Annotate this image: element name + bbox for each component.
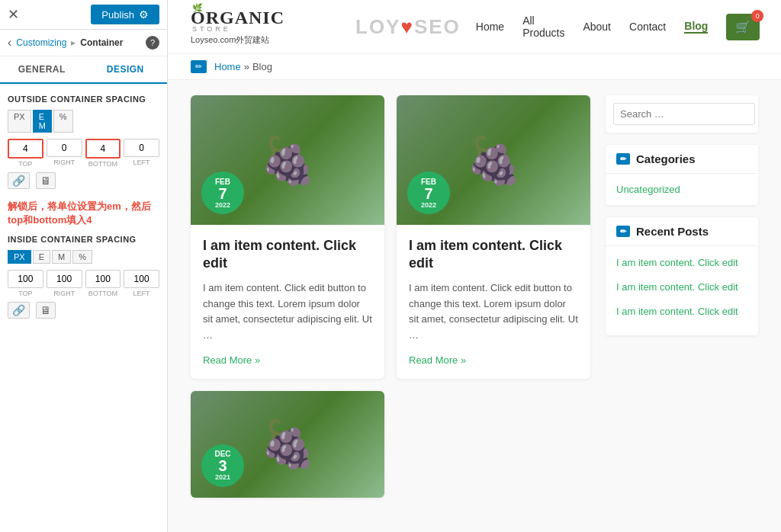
inside-bottom-label: BOTTOM (88, 290, 117, 297)
main-nav: Home All Products About Contact Blog 🛒 0 (476, 14, 760, 40)
outside-left-input[interactable] (124, 139, 159, 157)
blog-card-3: 🍇 Dec 3 2021 (191, 391, 384, 498)
card-1-body: I am item content. Click edit I am item … (191, 225, 384, 379)
customizer-panel: ✕ Publish ⚙ ‹ Customizing ▸ Container ? … (0, 0, 168, 532)
recent-post-3[interactable]: I am item content. Click edit (616, 303, 747, 321)
outside-top-wrap: TOP (8, 139, 43, 168)
inside-unit-m[interactable]: M (52, 250, 71, 264)
nav-home[interactable]: Home (476, 21, 504, 33)
outside-right-label: RIGHT (53, 159, 75, 166)
card-2-year: 2022 (421, 201, 436, 209)
breadcrumb-parent[interactable]: Customizing (16, 37, 66, 48)
breadcrumb-nav: ✏ Home » Blog (168, 54, 781, 80)
panel-body: Outside Container Spacing PX EM % TOP RI… (0, 84, 167, 532)
category-uncategorized[interactable]: Uncategorized (616, 181, 747, 197)
categories-title: Categories (636, 152, 696, 165)
inside-unit-tabs: PX E M % (8, 250, 159, 264)
gear-icon: ⚙ (139, 8, 149, 21)
logo-brand: ORGANIC (191, 8, 284, 27)
tab-design[interactable]: Design (84, 56, 168, 84)
site-header: 🌿 ORGANIC STORE Loyseo.com外贸建站 LOY♥SEO H… (168, 0, 781, 54)
inside-left-input[interactable] (124, 270, 159, 288)
categories-widget: ✏ Categories Uncategorized (606, 145, 758, 205)
card-2-date-badge: Feb 7 2022 (407, 171, 450, 214)
publish-button[interactable]: Publish ⚙ (91, 5, 159, 24)
sidebar: 🔍 ✏ Categories Uncategorized (606, 95, 758, 498)
recent-posts-title: Recent Posts (636, 225, 709, 238)
card-1-title: I am item content. Click edit (203, 237, 372, 273)
categories-header: ✏ Categories (606, 145, 758, 174)
close-icon[interactable]: ✕ (8, 6, 19, 23)
inside-spacing-label: Inside Container Spacing (8, 235, 159, 244)
recent-post-2[interactable]: I am item content. Click edit (616, 278, 747, 296)
grape-image-3: 🍇 (259, 417, 317, 471)
inside-bottom-wrap: BOTTOM (85, 270, 121, 297)
categories-edit-icon[interactable]: ✏ (616, 153, 630, 165)
card-1-read-more[interactable]: Read More » (203, 354, 260, 366)
outside-unit-tabs: PX EM % (8, 110, 159, 133)
link-icon[interactable]: 🔗 (8, 172, 30, 189)
device-icon[interactable]: 🖥 (36, 172, 56, 189)
inside-right-input[interactable] (47, 270, 82, 288)
blog-grid: 🍇 Feb 7 2022 I am item content. Click ed… (191, 95, 590, 498)
logo-tagline: Loyseo.com外贸建站 (191, 34, 269, 46)
tab-general[interactable]: General (0, 56, 84, 82)
recent-posts-widget: ✏ Recent Posts I am item content. Click … (606, 217, 758, 335)
cart-button[interactable]: 🛒 0 (726, 14, 760, 40)
outside-bottom-input[interactable] (85, 139, 121, 159)
inside-top-wrap: TOP (8, 270, 43, 297)
card-2-image: 🍇 Feb 7 2022 (397, 95, 590, 225)
inside-link-icon[interactable]: 🔗 (8, 302, 30, 319)
recent-post-1[interactable]: I am item content. Click edit (616, 254, 747, 272)
card-3-year: 2021 (215, 473, 230, 481)
breadcrumb-bar: ‹ Customizing ▸ Container ? (0, 30, 167, 56)
card-1-excerpt: I am item content. Click edit button to … (203, 280, 372, 344)
inside-top-input[interactable] (8, 270, 43, 288)
recent-posts-edit-icon[interactable]: ✏ (616, 226, 630, 237)
card-2-title: I am item content. Click edit (409, 237, 578, 273)
overlay-instruction-text: 解锁后，将单位设置为em，然后top和bottom填入4 (8, 200, 159, 227)
search-widget-body: 🔍 (606, 95, 758, 133)
card-3-date-badge: Dec 3 2021 (201, 444, 244, 487)
inside-unit-e[interactable]: E (33, 250, 50, 264)
unit-percent[interactable]: % (53, 110, 73, 133)
inside-device-icon[interactable]: 🖥 (36, 302, 56, 319)
outside-right-wrap: RIGHT (47, 139, 82, 168)
card-1-year: 2022 (215, 201, 230, 209)
nav-contact[interactable]: Contact (629, 21, 666, 33)
outside-bottom-label: BOTTOM (88, 160, 117, 168)
back-arrow-icon[interactable]: ‹ (8, 36, 11, 50)
help-icon[interactable]: ? (146, 36, 159, 50)
nav-about[interactable]: About (583, 21, 611, 33)
card-2-read-more[interactable]: Read More » (409, 354, 466, 366)
inside-unit-percent[interactable]: % (72, 250, 92, 264)
breadcrumb-home[interactable]: Home (214, 61, 241, 72)
search-widget: 🔍 (606, 95, 758, 133)
outside-left-label: LEFT (133, 159, 150, 166)
card-1-date-badge: Feb 7 2022 (201, 171, 244, 214)
inside-spacing-icons: 🔗 🖥 (8, 302, 159, 319)
logo-area: 🌿 ORGANIC STORE Loyseo.com外贸建站 (191, 8, 328, 46)
breadcrumb-edit-icon[interactable]: ✏ (191, 60, 207, 73)
inside-right-wrap: RIGHT (47, 270, 82, 297)
outside-right-input[interactable] (47, 139, 82, 157)
grape-image-2: 🍇 (465, 133, 522, 187)
inside-spacing-grid: TOP RIGHT BOTTOM LEFT (8, 270, 159, 297)
breadcrumb-current: Container (80, 37, 123, 48)
blog-card-2: 🍇 Feb 7 2022 I am item content. Click ed… (397, 95, 590, 379)
card-2-body: I am item content. Click edit I am item … (397, 225, 590, 379)
search-input[interactable] (613, 103, 755, 125)
nav-all-products[interactable]: All Products (522, 14, 564, 39)
outside-top-label: TOP (18, 160, 32, 168)
unit-em[interactable]: EM (33, 110, 52, 133)
outside-top-input[interactable] (8, 139, 43, 159)
card-2-excerpt: I am item content. Click edit button to … (409, 280, 578, 344)
inside-unit-px[interactable]: PX (8, 250, 31, 264)
outside-left-wrap: LEFT (124, 139, 159, 168)
inside-bottom-input[interactable] (85, 270, 121, 288)
outside-spacing-label: Outside Container Spacing (8, 95, 159, 104)
card-1-image: 🍇 Feb 7 2022 (191, 95, 384, 225)
unit-px[interactable]: PX (8, 110, 31, 133)
recent-posts-body: I am item content. Click edit I am item … (606, 246, 758, 335)
nav-blog[interactable]: Blog (684, 20, 708, 34)
